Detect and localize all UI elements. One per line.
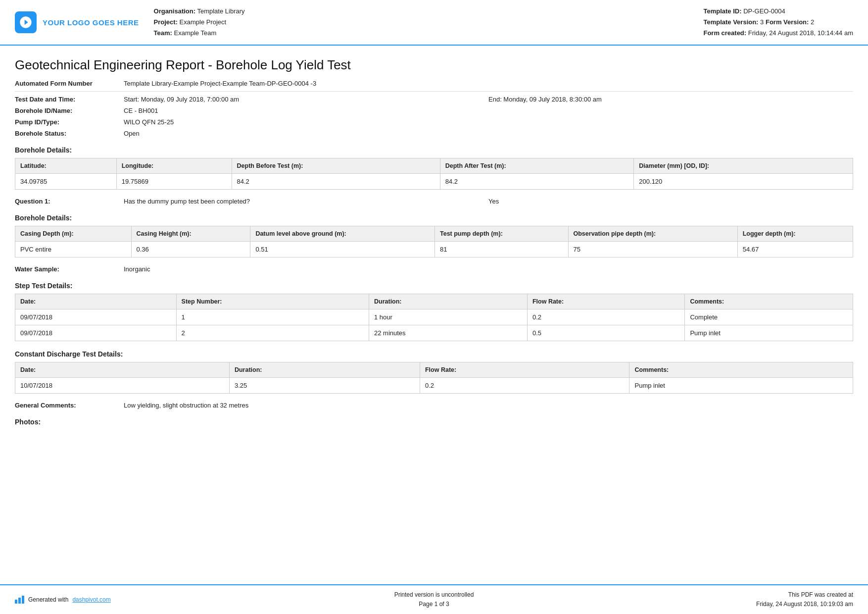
cell-casing-height: 0.36 — [131, 242, 250, 257]
borehole-id-value: CE - BH001 — [124, 107, 853, 114]
logo-text: YOUR LOGO GOES HERE — [43, 18, 139, 27]
step-test-header-row: Date: Step Number: Duration: Flow Rate: … — [15, 294, 853, 309]
form-created-row: Form created: Friday, 24 August 2018, 10… — [703, 28, 853, 39]
footer-generated-text: Generated with — [28, 596, 68, 603]
report-title: Geotechnical Engineering Report - Boreho… — [15, 57, 853, 73]
col-logger-depth: Logger depth (m): — [737, 226, 853, 242]
main-content: Geotechnical Engineering Report - Boreho… — [0, 46, 868, 445]
col-step-flow-rate: Flow Rate: — [527, 294, 684, 309]
col-step-date: Date: — [15, 294, 177, 309]
automated-form-label: Automated Form Number — [15, 80, 124, 87]
col-cd-comments: Comments: — [629, 362, 853, 378]
cell-latitude: 34.09785 — [15, 174, 117, 190]
borehole-details-1-table: Latitude: Longitude: Depth Before Test (… — [15, 158, 853, 190]
col-step-comments: Comments: — [685, 294, 853, 309]
header-center: Organisation: Template Library Project: … — [154, 6, 689, 39]
photos-section: Photos: — [15, 418, 853, 426]
col-test-pump-depth: Test pump depth (m): — [434, 226, 568, 242]
cell-step-flow-rate-2: 0.5 — [527, 325, 684, 341]
borehole-details-2-title: Borehole Details: — [15, 214, 853, 222]
cell-step-number-1: 1 — [176, 309, 369, 325]
water-sample-label: Water Sample: — [15, 265, 124, 273]
col-casing-depth: Casing Depth (m): — [15, 226, 132, 242]
logo-icon — [15, 11, 37, 33]
question1-answer: Yes — [488, 198, 853, 205]
cell-casing-depth: PVC entire — [15, 242, 132, 257]
footer-center-line2: Page 1 of 3 — [294, 600, 574, 609]
general-comments-label: General Comments: — [15, 402, 124, 409]
question1-row: Question 1: Has the dummy pump test been… — [15, 198, 853, 205]
table-row: 09/07/2018 1 1 hour 0.2 Complete — [15, 309, 853, 325]
cell-step-date-2: 09/07/2018 — [15, 325, 177, 341]
col-casing-height: Casing Height (m): — [131, 226, 250, 242]
table-row: 10/07/2018 3.25 0.2 Pump inlet — [15, 378, 853, 394]
borehole-id-row: Borehole ID/Name: CE - BH001 — [15, 107, 853, 114]
borehole-id-label: Borehole ID/Name: — [15, 107, 124, 114]
water-sample-value: Inorganic — [124, 265, 150, 273]
footer-right: This PDF was created at Friday, 24 Augus… — [574, 590, 853, 609]
cell-cd-flow-rate: 0.2 — [420, 378, 629, 394]
template-id-row: Template ID: DP-GEO-0004 — [703, 6, 853, 17]
water-sample-row: Water Sample: Inorganic — [15, 265, 853, 273]
header-right: Template ID: DP-GEO-0004 Template Versio… — [703, 6, 853, 39]
cell-step-duration-1: 1 hour — [369, 309, 527, 325]
cell-step-comments-2: Pump inlet — [685, 325, 853, 341]
col-diameter: Diameter (mm) [OD, ID]: — [634, 158, 853, 174]
borehole-details-1-header-row: Latitude: Longitude: Depth Before Test (… — [15, 158, 853, 174]
pump-id-value: WILO QFN 25-25 — [124, 118, 853, 126]
template-version-row: Template Version: 3 Form Version: 2 — [703, 17, 853, 28]
table-row: 09/07/2018 2 22 minutes 0.5 Pump inlet — [15, 325, 853, 341]
cell-cd-duration: 3.25 — [229, 378, 420, 394]
cell-cd-comments: Pump inlet — [629, 378, 853, 394]
footer-left: Generated with dashpivot.com — [15, 596, 294, 604]
test-date-row: Test Date and Time: Start: Monday, 09 Ju… — [15, 96, 853, 103]
col-observation-pipe: Observation pipe depth (m): — [568, 226, 737, 242]
cell-depth-after: 84.2 — [440, 174, 634, 190]
cell-cd-date: 10/07/2018 — [15, 378, 230, 394]
footer-center: Printed version is uncontrolled Page 1 o… — [294, 590, 574, 609]
constant-discharge-title: Constant Discharge Test Details: — [15, 350, 853, 358]
cell-logger-depth: 54.67 — [737, 242, 853, 257]
cell-step-comments-1: Complete — [685, 309, 853, 325]
cell-step-date-1: 09/07/2018 — [15, 309, 177, 325]
col-datum-level: Datum level above ground (m): — [250, 226, 435, 242]
footer-right-line1: This PDF was created at — [574, 590, 853, 600]
borehole-details-1-data-row: 34.09785 19.75869 84.2 84.2 200.120 — [15, 174, 853, 190]
borehole-status-value: Open — [124, 130, 853, 137]
step-test-table: Date: Step Number: Duration: Flow Rate: … — [15, 294, 853, 341]
footer-bars-icon — [15, 596, 24, 604]
cell-step-number-2: 2 — [176, 325, 369, 341]
question1-label: Question 1: — [15, 198, 124, 205]
col-step-number: Step Number: — [176, 294, 369, 309]
col-cd-duration: Duration: — [229, 362, 420, 378]
automated-form-row: Automated Form Number Template Library-E… — [15, 80, 853, 87]
footer-center-line1: Printed version is uncontrolled — [294, 590, 574, 600]
test-date-start: Start: Monday, 09 July 2018, 7:00:00 am — [124, 96, 488, 103]
page-footer: Generated with dashpivot.com Printed ver… — [0, 584, 868, 614]
test-date-label: Test Date and Time: — [15, 96, 124, 103]
pump-id-label: Pump ID/Type: — [15, 118, 124, 126]
constant-discharge-table: Date: Duration: Flow Rate: Comments: 10/… — [15, 362, 853, 394]
photos-label: Photos: — [15, 418, 853, 426]
cell-observation-pipe: 75 — [568, 242, 737, 257]
cell-depth-before: 84.2 — [232, 174, 440, 190]
cell-step-flow-rate-1: 0.2 — [527, 309, 684, 325]
borehole-details-2-data-row: PVC entire 0.36 0.51 81 75 54.67 — [15, 242, 853, 257]
col-depth-before: Depth Before Test (m): — [232, 158, 440, 174]
cell-datum-level: 0.51 — [250, 242, 435, 257]
borehole-details-2-header-row: Casing Depth (m): Casing Height (m): Dat… — [15, 226, 853, 242]
general-comments-value: Low yielding, slight obstruction at 32 m… — [124, 402, 248, 409]
constant-discharge-header-row: Date: Duration: Flow Rate: Comments: — [15, 362, 853, 378]
col-step-duration: Duration: — [369, 294, 527, 309]
cell-step-duration-2: 22 minutes — [369, 325, 527, 341]
col-latitude: Latitude: — [15, 158, 117, 174]
team-row: Team: Example Team — [154, 28, 689, 39]
cell-test-pump-depth: 81 — [434, 242, 568, 257]
question1-text: Has the dummy pump test been completed? — [124, 198, 488, 205]
col-longitude: Longitude: — [116, 158, 232, 174]
test-date-end: End: Monday, 09 July 2018, 8:30:00 am — [488, 96, 853, 103]
footer-link[interactable]: dashpivot.com — [72, 596, 110, 603]
page-header: YOUR LOGO GOES HERE Organisation: Templa… — [0, 0, 868, 46]
automated-form-value: Template Library-Example Project-Example… — [124, 80, 853, 87]
logo-area: YOUR LOGO GOES HERE — [15, 6, 139, 39]
